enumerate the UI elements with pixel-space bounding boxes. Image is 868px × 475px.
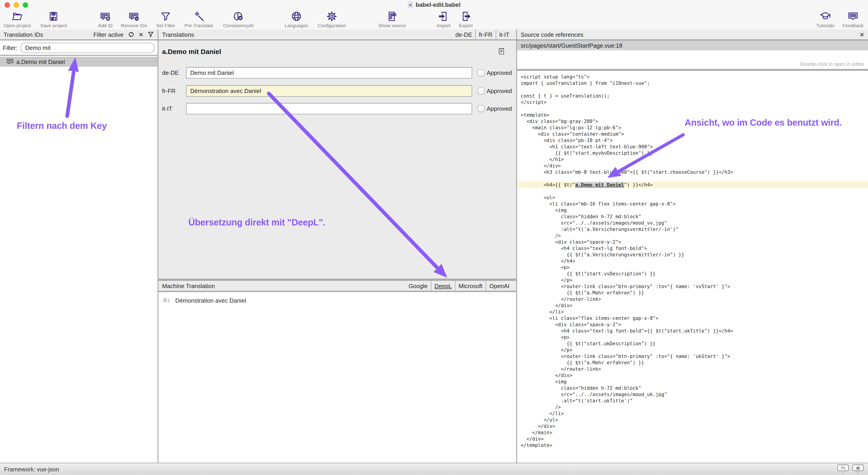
code-line: :alt="t('a.Versicherungsvermittler/-in')… [517,226,868,232]
export-button[interactable]: Export [459,10,473,28]
code-line: <li class="flex items-center gap-x-8"> [517,315,868,321]
code-line: </div> [517,436,868,442]
add-id-button[interactable]: Add ID [98,10,113,28]
open-project-button[interactable]: Open project [4,10,31,28]
code-line [517,175,868,181]
code-line: {{ $t("start.myvbvDescription") }} [517,150,868,156]
code-line: <p> [517,334,868,340]
code-line: <script setup lang="ts"> [517,73,868,80]
save-project-button[interactable]: Save project [40,10,67,28]
translation-input-de[interactable] [186,67,472,78]
framework-label: Framework: vue-json [4,466,59,473]
source-file-reference[interactable]: src/pages/start/GuestStartPage.vue:18 [517,40,868,50]
machine-translation-header: Machine Translation Google DeepL Microso… [158,281,516,292]
splitter-code[interactable] [517,69,868,71]
code-line: <h4 class="text-lg font-bold"> [517,245,868,251]
splitter-machine-translation[interactable] [158,278,516,281]
clear-filter-icon[interactable]: ✕ [138,32,144,37]
code-line: <ul> [517,194,868,201]
consistency-ai-button[interactable]: ConsistencyAI [223,10,253,28]
code-line: </p> [517,347,868,353]
code-line: </li> [517,308,868,315]
translation-id-label: a.Demo mit Daniel [17,58,65,65]
tutorials-button[interactable]: Tutorials [816,10,834,28]
translation-input-it[interactable] [186,103,472,114]
code-line: <h1 class="text-left text-blue-900"> [517,143,868,150]
feedback-bubble-icon [847,10,859,22]
export-icon [460,10,472,22]
languages-button[interactable]: Languages [285,10,308,28]
pre-translate-button[interactable]: Pre-Translate [185,10,213,28]
code-line: <router-link class="btn-primary" :to="{ … [517,283,868,290]
configuration-button[interactable]: Configuration [318,10,346,28]
source-hint-area: Double-click to open in editor [517,50,868,69]
code-line: src="../../assets/images/mood_uk.jpg" [517,391,868,398]
code-line: <img [517,378,868,385]
translation-id-list: a.Demo mit Daniel [0,56,158,67]
code-line: </div> [517,372,868,378]
code-line: <h4>{{ $t("a.Demo mit Daniel") }}</h4> [517,181,868,188]
code-line: <div class="space-y-2"> [517,321,868,328]
status-bar: Framework: vue-json [0,463,868,475]
translation-input-fr[interactable] [186,85,472,97]
mt-tab-microsoft[interactable]: Microsoft [455,281,486,291]
code-line: </router-link> [517,366,868,372]
code-line: {{ $t("a.Mehr erfahren") }} [517,359,868,366]
code-line: class="hidden h-72 md:block" [517,213,868,219]
approved-checkbox-fr[interactable] [477,88,485,94]
mt-tab-deepl[interactable]: DeepL [431,281,455,291]
machine-translation-title: Machine Translation [162,282,215,289]
source-references-panel: Source code references ✕ src/pages/start… [517,30,868,463]
translation-id-item[interactable]: a.Demo mit Daniel [0,57,158,67]
refresh-filter-icon[interactable] [128,31,134,38]
translation-row-de: de-DE Approved [158,67,516,78]
filter-options-icon[interactable] [148,31,154,38]
rate-app-icon[interactable] [852,464,864,474]
code-line [517,86,868,93]
code-line: const { t } = useTranslation(); [517,93,868,99]
mt-shortcut-badge: ⌘1 [162,298,170,304]
code-line: {{ $t("a.Mehr erfahren") }} [517,290,868,296]
approved-label-it: Approved [487,105,512,112]
show-source-button[interactable]: Show source [378,10,406,28]
code-line: </h1> [517,156,868,162]
app-window: b babel-edit.babel Open project Save pro… [0,0,868,475]
mt-result-row[interactable]: ⌘1 Démonstration avec Daniel [158,293,516,304]
floppy-disk-icon [48,10,59,22]
code-line: </p> [517,277,868,283]
code-line: </div> [517,302,868,308]
filter-input[interactable] [20,42,155,53]
close-panel-icon[interactable]: ✕ [859,31,864,38]
language-tab-it[interactable]: it-IT [496,30,513,39]
highlighted-translation-key: a.Demo mit Daniel [575,182,624,188]
main-toolbar: Open project Save project Add ID Remove … [0,10,868,30]
code-line: </div> [517,162,868,169]
approved-checkbox-de[interactable] [477,69,485,76]
set-filter-button[interactable]: Set Filter [156,10,175,28]
language-tab-de[interactable]: de-DE [452,30,475,39]
whats-new-icon[interactable] [837,464,849,474]
import-button[interactable]: Import [437,10,451,28]
remove-ids-button[interactable]: Remove IDs [121,10,147,28]
mt-tab-google[interactable]: Google [405,281,431,291]
mt-tab-openai[interactable]: OpenAI [486,281,513,291]
code-line: </ul> [517,416,868,423]
gear-icon [326,10,338,22]
code-line [517,105,868,112]
code-line: /> [517,232,868,239]
code-line: <template> [517,112,868,118]
translations-title: Translations [162,31,194,38]
approved-checkbox-it[interactable] [477,105,485,112]
lang-label-it: it-IT [162,105,184,112]
entry-title: a.Demo mit Daniel [162,48,221,55]
entry-note-icon[interactable] [498,48,504,55]
open-folder-icon [11,10,23,22]
translation-ids-panel: Translation IDs Filter active ✕ Filter: … [0,30,158,463]
code-line: <div class="container-medium"> [517,131,868,137]
code-line: /> [517,404,868,410]
code-line: <h3 class="mb-8 text-blue-900">{{ $t("st… [517,169,868,175]
language-tab-fr[interactable]: fr-FR [475,30,496,39]
feedback-button[interactable]: Feedback [843,10,864,28]
code-line: import { useTranslation } from "i18next-… [517,80,868,86]
code-line: src="../../assets/images/mood_vv.jpg" [517,219,868,226]
